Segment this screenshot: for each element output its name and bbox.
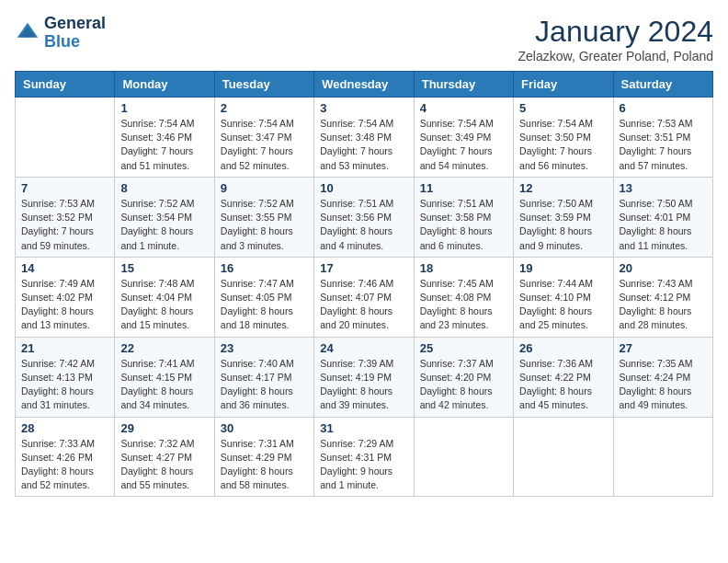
calendar-cell: 8 Sunrise: 7:52 AM Sunset: 3:54 PM Dayli… — [115, 177, 214, 257]
day-number: 7 — [21, 181, 108, 195]
logo: General Blue — [15, 15, 106, 52]
day-info: Sunrise: 7:53 AM Sunset: 3:52 PM Dayligh… — [21, 197, 108, 253]
day-number: 5 — [519, 101, 607, 115]
day-info: Sunrise: 7:54 AM Sunset: 3:46 PM Dayligh… — [120, 117, 208, 173]
day-info: Sunrise: 7:39 AM Sunset: 4:19 PM Dayligh… — [320, 357, 407, 413]
day-number: 26 — [519, 341, 607, 355]
calendar-week-4: 21 Sunrise: 7:42 AM Sunset: 4:13 PM Dayl… — [16, 337, 713, 417]
day-number: 13 — [620, 181, 707, 195]
weekday-header-row: SundayMondayTuesdayWednesdayThursdayFrid… — [16, 72, 713, 98]
day-info: Sunrise: 7:51 AM Sunset: 3:58 PM Dayligh… — [420, 197, 507, 253]
weekday-header-monday: Monday — [115, 72, 214, 98]
calendar-cell: 6 Sunrise: 7:53 AM Sunset: 3:51 PM Dayli… — [613, 98, 712, 178]
day-info: Sunrise: 7:54 AM Sunset: 3:47 PM Dayligh… — [221, 117, 308, 173]
weekday-header-friday: Friday — [514, 72, 613, 98]
day-info: Sunrise: 7:35 AM Sunset: 4:24 PM Dayligh… — [620, 357, 707, 413]
day-info: Sunrise: 7:33 AM Sunset: 4:26 PM Dayligh… — [21, 437, 108, 493]
calendar-cell: 26 Sunrise: 7:36 AM Sunset: 4:22 PM Dayl… — [514, 337, 613, 417]
day-info: Sunrise: 7:52 AM Sunset: 3:55 PM Dayligh… — [221, 197, 308, 253]
day-number: 27 — [620, 341, 707, 355]
calendar-cell: 19 Sunrise: 7:44 AM Sunset: 4:10 PM Dayl… — [514, 257, 613, 337]
calendar-week-1: 1 Sunrise: 7:54 AM Sunset: 3:46 PM Dayli… — [16, 98, 713, 178]
day-number: 2 — [221, 101, 308, 115]
calendar-cell: 27 Sunrise: 7:35 AM Sunset: 4:24 PM Dayl… — [613, 337, 712, 417]
day-info: Sunrise: 7:45 AM Sunset: 4:08 PM Dayligh… — [420, 277, 507, 333]
day-number: 16 — [221, 261, 308, 275]
weekday-header-tuesday: Tuesday — [214, 72, 313, 98]
day-number: 18 — [420, 261, 507, 275]
day-info: Sunrise: 7:46 AM Sunset: 4:07 PM Dayligh… — [320, 277, 407, 333]
day-number: 8 — [120, 181, 208, 195]
calendar-cell: 21 Sunrise: 7:42 AM Sunset: 4:13 PM Dayl… — [16, 337, 115, 417]
day-number: 14 — [21, 261, 108, 275]
day-number: 6 — [620, 101, 707, 115]
day-info: Sunrise: 7:36 AM Sunset: 4:22 PM Dayligh… — [519, 357, 607, 413]
day-info: Sunrise: 7:40 AM Sunset: 4:17 PM Dayligh… — [221, 357, 308, 413]
calendar-cell: 25 Sunrise: 7:37 AM Sunset: 4:20 PM Dayl… — [414, 337, 513, 417]
day-info: Sunrise: 7:37 AM Sunset: 4:20 PM Dayligh… — [420, 357, 507, 413]
logo-general: General — [44, 14, 106, 32]
day-info: Sunrise: 7:47 AM Sunset: 4:05 PM Dayligh… — [221, 277, 308, 333]
calendar-cell — [613, 417, 712, 497]
logo-blue: Blue — [44, 32, 80, 51]
calendar-cell: 28 Sunrise: 7:33 AM Sunset: 4:26 PM Dayl… — [16, 417, 115, 497]
calendar-cell: 22 Sunrise: 7:41 AM Sunset: 4:15 PM Dayl… — [115, 337, 214, 417]
day-number: 19 — [519, 261, 607, 275]
calendar-cell: 12 Sunrise: 7:50 AM Sunset: 3:59 PM Dayl… — [514, 177, 613, 257]
calendar-cell: 5 Sunrise: 7:54 AM Sunset: 3:50 PM Dayli… — [514, 98, 613, 178]
calendar-cell: 18 Sunrise: 7:45 AM Sunset: 4:08 PM Dayl… — [414, 257, 513, 337]
calendar-cell: 24 Sunrise: 7:39 AM Sunset: 4:19 PM Dayl… — [314, 337, 414, 417]
weekday-header-sunday: Sunday — [16, 72, 115, 98]
day-info: Sunrise: 7:51 AM Sunset: 3:56 PM Dayligh… — [320, 197, 407, 253]
calendar-cell — [16, 98, 115, 178]
day-info: Sunrise: 7:31 AM Sunset: 4:29 PM Dayligh… — [221, 437, 308, 493]
weekday-header-thursday: Thursday — [414, 72, 513, 98]
title-block: January 2024 Zelazkow, Greater Poland, P… — [518, 15, 713, 63]
calendar-cell: 23 Sunrise: 7:40 AM Sunset: 4:17 PM Dayl… — [214, 337, 313, 417]
day-number: 30 — [221, 421, 308, 435]
day-info: Sunrise: 7:49 AM Sunset: 4:02 PM Dayligh… — [21, 277, 108, 333]
day-info: Sunrise: 7:48 AM Sunset: 4:04 PM Dayligh… — [120, 277, 208, 333]
day-number: 24 — [320, 341, 407, 355]
calendar-cell — [414, 417, 513, 497]
day-number: 4 — [420, 101, 507, 115]
calendar-week-3: 14 Sunrise: 7:49 AM Sunset: 4:02 PM Dayl… — [16, 257, 713, 337]
calendar-cell: 29 Sunrise: 7:32 AM Sunset: 4:27 PM Dayl… — [115, 417, 214, 497]
calendar-cell: 10 Sunrise: 7:51 AM Sunset: 3:56 PM Dayl… — [314, 177, 414, 257]
calendar-cell: 7 Sunrise: 7:53 AM Sunset: 3:52 PM Dayli… — [16, 177, 115, 257]
logo-icon — [15, 20, 40, 46]
day-info: Sunrise: 7:50 AM Sunset: 4:01 PM Dayligh… — [620, 197, 707, 253]
day-info: Sunrise: 7:53 AM Sunset: 3:51 PM Dayligh… — [620, 117, 707, 173]
day-info: Sunrise: 7:29 AM Sunset: 4:31 PM Dayligh… — [320, 437, 407, 493]
day-number: 17 — [320, 261, 407, 275]
calendar-cell: 13 Sunrise: 7:50 AM Sunset: 4:01 PM Dayl… — [613, 177, 712, 257]
day-info: Sunrise: 7:41 AM Sunset: 4:15 PM Dayligh… — [120, 357, 208, 413]
day-number: 29 — [120, 421, 208, 435]
day-info: Sunrise: 7:32 AM Sunset: 4:27 PM Dayligh… — [120, 437, 208, 493]
day-number: 11 — [420, 181, 507, 195]
calendar-week-2: 7 Sunrise: 7:53 AM Sunset: 3:52 PM Dayli… — [16, 177, 713, 257]
calendar-cell: 1 Sunrise: 7:54 AM Sunset: 3:46 PM Dayli… — [115, 98, 214, 178]
calendar-table: SundayMondayTuesdayWednesdayThursdayFrid… — [15, 71, 713, 497]
calendar-cell: 11 Sunrise: 7:51 AM Sunset: 3:58 PM Dayl… — [414, 177, 513, 257]
calendar-cell: 20 Sunrise: 7:43 AM Sunset: 4:12 PM Dayl… — [613, 257, 712, 337]
location-subtitle: Zelazkow, Greater Poland, Poland — [518, 49, 713, 63]
day-number: 15 — [120, 261, 208, 275]
day-number: 12 — [519, 181, 607, 195]
weekday-header-wednesday: Wednesday — [314, 72, 414, 98]
day-info: Sunrise: 7:54 AM Sunset: 3:50 PM Dayligh… — [519, 117, 607, 173]
day-number: 1 — [120, 101, 208, 115]
day-number: 31 — [320, 421, 407, 435]
day-number: 21 — [21, 341, 108, 355]
day-number: 20 — [620, 261, 707, 275]
day-info: Sunrise: 7:42 AM Sunset: 4:13 PM Dayligh… — [21, 357, 108, 413]
calendar-cell: 30 Sunrise: 7:31 AM Sunset: 4:29 PM Dayl… — [214, 417, 313, 497]
calendar-cell — [514, 417, 613, 497]
calendar-cell: 4 Sunrise: 7:54 AM Sunset: 3:49 PM Dayli… — [414, 98, 513, 178]
day-number: 22 — [120, 341, 208, 355]
calendar-cell: 16 Sunrise: 7:47 AM Sunset: 4:05 PM Dayl… — [214, 257, 313, 337]
calendar-cell: 31 Sunrise: 7:29 AM Sunset: 4:31 PM Dayl… — [314, 417, 414, 497]
calendar-cell: 14 Sunrise: 7:49 AM Sunset: 4:02 PM Dayl… — [16, 257, 115, 337]
calendar-cell: 3 Sunrise: 7:54 AM Sunset: 3:48 PM Dayli… — [314, 98, 414, 178]
day-info: Sunrise: 7:54 AM Sunset: 3:48 PM Dayligh… — [320, 117, 407, 173]
